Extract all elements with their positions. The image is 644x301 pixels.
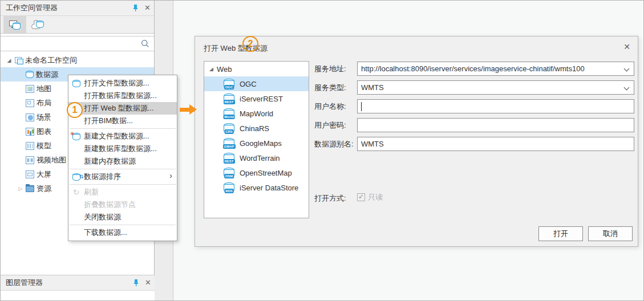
workspace-manager-title: 工作空间管理器 (6, 3, 58, 12)
datasource-icon (26, 71, 34, 78)
video-map-icon (26, 156, 34, 164)
provider-item-iserver-datastore[interactable]: BDS iServer DataStore (204, 180, 309, 195)
open-web-datasource-dialog: 打开 Web 型数据源 ✕ ◢ Web OGC OGC REST iServer… (195, 36, 638, 247)
submenu-arrow-icon: › (169, 171, 172, 180)
osm-datasource-icon: OSM (223, 168, 235, 178)
tree-item-label: 视频地图 (37, 155, 66, 165)
menu-item-open-db-datasource[interactable]: 打开数据库型数据源... (68, 90, 177, 102)
cloud-database-icon (31, 20, 44, 30)
menu-separator (70, 128, 176, 129)
googlemaps-datasource-icon: GMAP (223, 138, 235, 148)
layout-icon (26, 99, 34, 107)
service-address-combobox[interactable]: http://localhost:8090/iserver/services/i… (357, 62, 634, 76)
web-provider-list: ◢ Web OGC OGC REST iServerREST World Map… (204, 61, 309, 218)
alias-field[interactable]: WMTS (357, 137, 634, 151)
alias-label: 数据源别名: (314, 139, 354, 149)
chevron-down-icon[interactable] (624, 66, 630, 72)
ogc-datasource-icon: OGC (223, 79, 235, 89)
layer-manager-title: 图层管理器 (6, 278, 43, 287)
open-mode-label: 打开方式: (314, 193, 346, 204)
layer-manager-panel: 图层管理器 ✕ (1, 275, 155, 300)
menu-separator (70, 184, 176, 185)
desktop-database-icon (9, 20, 21, 30)
chevron-down-icon[interactable] (624, 85, 630, 91)
tree-item-label: 地图 (37, 84, 51, 94)
search-icon[interactable] (141, 39, 149, 48)
service-type-combobox[interactable]: WMTS (357, 80, 634, 95)
workspace-icon (14, 56, 23, 64)
menu-separator (70, 225, 176, 225)
rest-datasource-icon: REST (223, 93, 235, 104)
menu-item-open-file-datasource[interactable]: 打开文件型数据源... (68, 77, 177, 90)
pin-icon[interactable] (132, 4, 139, 12)
search-input[interactable] (1, 36, 154, 51)
mapworld-datasource-icon: World (223, 108, 235, 119)
username-field[interactable] (357, 99, 634, 113)
open-datasource-icon (68, 80, 84, 87)
password-field[interactable] (357, 118, 634, 132)
menu-item-datasource-sort[interactable]: ⇅ 数据源排序 › (68, 170, 177, 183)
provider-item-ogc[interactable]: OGC OGC (204, 76, 309, 91)
tab-cloud-workspace[interactable] (26, 16, 49, 33)
expander-collapsed-icon[interactable]: ▷ (15, 186, 26, 192)
open-button[interactable]: 打开 (538, 226, 583, 241)
menu-item-new-file-datasource[interactable]: ✳ 新建文件型数据源... (68, 130, 177, 143)
expander-expanded-icon[interactable]: ◢ (209, 66, 213, 72)
provider-item-mapworld[interactable]: World MapWorld (204, 106, 309, 121)
service-address-label: 服务地址: (314, 64, 346, 74)
chart-icon (26, 128, 34, 136)
provider-item-iserverrest[interactable]: REST iServerREST (204, 91, 309, 106)
refresh-icon: ↻ (68, 188, 84, 197)
provider-item-googlemaps[interactable]: GMAP GoogleMaps (204, 136, 309, 150)
text-caret (361, 102, 362, 111)
expander-expanded-icon[interactable]: ◢ (4, 58, 14, 63)
tree-item-label: 大屏 (37, 169, 51, 180)
readonly-checkbox (357, 193, 365, 201)
resource-folder-icon (26, 185, 34, 192)
application-window: 工作空间管理器 ✕ (0, 0, 644, 301)
password-label: 用户密码: (314, 120, 346, 131)
workspace-tabbar (1, 16, 154, 34)
tree-item-label: 场景 (37, 112, 51, 123)
tree-item-workspace-root[interactable]: ◢ 未命名工作空间 (1, 53, 154, 67)
pin-icon[interactable] (133, 279, 139, 287)
tree-item-label: 布局 (37, 98, 51, 108)
flow-arrow-icon (180, 108, 195, 112)
menu-item-new-db-datasource[interactable]: 新建数据库型数据源... (68, 143, 177, 155)
close-icon[interactable]: ✕ (145, 275, 151, 290)
step-1-badge: 1 (67, 102, 83, 118)
menu-item-open-bim-data[interactable]: 打开BIM数据... (68, 115, 177, 127)
model-icon (26, 142, 34, 150)
tree-item-label: 图表 (37, 127, 51, 137)
menu-item-collapse-datasource-nodes[interactable]: 折叠数据源节点 (68, 198, 177, 211)
cancel-button[interactable]: 取消 (588, 226, 633, 241)
workspace-search[interactable] (1, 36, 154, 51)
username-label: 用户名称: (314, 101, 346, 112)
readonly-checkbox-label: 只读 (368, 192, 383, 202)
tree-item-label: 模型 (37, 141, 51, 151)
service-type-label: 服务类型: (314, 83, 346, 93)
tree-item-label: 数据源 (36, 70, 58, 80)
step-2-badge: 2 (242, 36, 258, 52)
dialog-close-icon[interactable]: ✕ (623, 42, 630, 51)
menu-item-refresh[interactable]: ↻ 刷新 (68, 186, 177, 198)
scene-icon (26, 113, 34, 121)
menu-separator (70, 169, 176, 169)
tab-workspace-tree[interactable] (3, 16, 26, 33)
datasource-context-menu: 打开文件型数据源... 打开数据库型数据源... 打开 Web 型数据源... … (68, 75, 177, 241)
menu-item-open-web-datasource[interactable]: 打开 Web 型数据源... (68, 102, 177, 115)
menu-item-close-datasource[interactable]: 关闭数据源 (68, 211, 177, 223)
provider-root-web[interactable]: ◢ Web (204, 62, 309, 76)
provider-item-openstreetmap[interactable]: OSM OpenStreetMap (204, 165, 309, 180)
tree-item-label: 资源 (37, 184, 51, 194)
menu-item-new-memory-datasource[interactable]: 新建内存数据源 (68, 155, 177, 168)
tree-item-label: 未命名工作空间 (25, 55, 77, 66)
provider-item-chinars[interactable]: CRS ChinaRS (204, 121, 309, 136)
new-datasource-icon: ✳ (68, 133, 84, 140)
map-icon (26, 85, 34, 93)
chinars-datasource-icon: CRS (223, 123, 235, 133)
close-icon[interactable]: ✕ (144, 1, 151, 15)
menu-item-download-datasource[interactable]: 下载数据源... (68, 226, 177, 239)
provider-item-wordterrain[interactable]: REST WordTerrain (204, 150, 309, 165)
terrain-datasource-icon: REST (223, 153, 235, 163)
